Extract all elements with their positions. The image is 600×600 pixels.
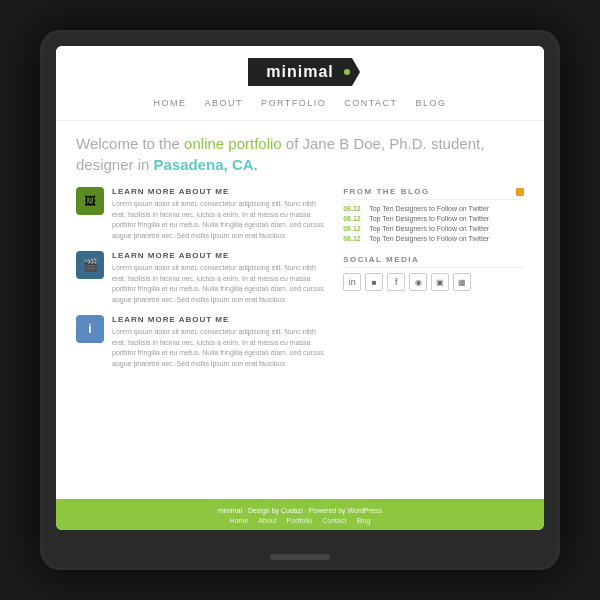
nav-contact[interactable]: CONTACT bbox=[344, 98, 397, 108]
nav-blog[interactable]: BLOG bbox=[416, 98, 447, 108]
blog-title-text: FROM THE BLOG bbox=[343, 187, 430, 196]
blog-title-4: Top Ten Designers to Follow on Twitter bbox=[369, 235, 489, 242]
footer-link-portfolio[interactable]: Portfolio bbox=[287, 517, 313, 524]
footer: minimal · Design by Cudazi · Powered by … bbox=[56, 499, 544, 530]
social-icon-4[interactable]: ◉ bbox=[409, 273, 427, 291]
header: minimal HOME ABOUT PORTFOLIO CONTACT BLO… bbox=[56, 46, 544, 121]
blog-title-2: Top Ten Designers to Follow on Twitter bbox=[369, 215, 489, 222]
screen: minimal HOME ABOUT PORTFOLIO CONTACT BLO… bbox=[56, 46, 544, 530]
rss-icon bbox=[516, 188, 524, 196]
social-icon-facebook[interactable]: f bbox=[387, 273, 405, 291]
footer-link-home[interactable]: Home bbox=[230, 517, 249, 524]
blog-title-1: Top Ten Designers to Follow on Twitter bbox=[369, 205, 489, 212]
social-icon-linkedin[interactable]: in bbox=[343, 273, 361, 291]
blog-item-2[interactable]: 08.12 Top Ten Designers to Follow on Twi… bbox=[343, 215, 524, 222]
feature-title-2: LEARN MORE ABOUT ME bbox=[112, 251, 329, 260]
feature-text-2: LEARN MORE ABOUT ME Lorem ipsum dolor si… bbox=[112, 251, 329, 305]
blog-item-4[interactable]: 08.12 Top Ten Designers to Follow on Twi… bbox=[343, 235, 524, 242]
blog-date-1: 08.12 bbox=[343, 205, 365, 212]
social-icon-2[interactable]: ■ bbox=[365, 273, 383, 291]
feature-body-2: Lorem ipsum dolor sit amet, consectetur … bbox=[112, 263, 329, 305]
blog-title-3: Top Ten Designers to Follow on Twitter bbox=[369, 225, 489, 232]
logo-dot bbox=[344, 69, 350, 75]
social-section: SOCIAL MEDIA in ■ f ◉ ▣ ▦ bbox=[343, 255, 524, 291]
social-icon-6[interactable]: ▦ bbox=[453, 273, 471, 291]
footer-link-contact[interactable]: Contact bbox=[322, 517, 346, 524]
social-section-title: SOCIAL MEDIA bbox=[343, 255, 524, 268]
social-icon-5[interactable]: ▣ bbox=[431, 273, 449, 291]
feature-body-3: Lorem ipsum dolor sit amet, consectetur … bbox=[112, 327, 329, 369]
hero-text-green: online portfolio bbox=[184, 135, 282, 152]
footer-credit: minimal · Design by Cudazi · Powered by … bbox=[76, 507, 524, 514]
feature-item-2: 🎬 LEARN MORE ABOUT ME Lorem ipsum dolor … bbox=[76, 251, 329, 305]
blog-date-3: 08.12 bbox=[343, 225, 365, 232]
monitor-frame: minimal HOME ABOUT PORTFOLIO CONTACT BLO… bbox=[40, 30, 560, 570]
main-nav: HOME ABOUT PORTFOLIO CONTACT BLOG bbox=[153, 94, 446, 112]
hero-text: Welcome to the online portfolio of Jane … bbox=[76, 133, 524, 175]
content-area: 🖼 LEARN MORE ABOUT ME Lorem ipsum dolor … bbox=[76, 187, 524, 491]
feature-text-1: LEARN MORE ABOUT ME Lorem ipsum dolor si… bbox=[112, 187, 329, 241]
left-column: 🖼 LEARN MORE ABOUT ME Lorem ipsum dolor … bbox=[76, 187, 329, 491]
blog-item-1[interactable]: 08.12 Top Ten Designers to Follow on Twi… bbox=[343, 205, 524, 212]
feature-title-3: LEARN MORE ABOUT ME bbox=[112, 315, 329, 324]
nav-portfolio[interactable]: PORTFOLIO bbox=[261, 98, 326, 108]
feature-text-3: LEARN MORE ABOUT ME Lorem ipsum dolor si… bbox=[112, 315, 329, 369]
hero-text-teal: Pasadena, CA. bbox=[154, 156, 258, 173]
feature-icon-3: i bbox=[76, 315, 104, 343]
main-content: Welcome to the online portfolio of Jane … bbox=[56, 121, 544, 499]
feature-icon-2: 🎬 bbox=[76, 251, 104, 279]
footer-link-blog[interactable]: Blog bbox=[356, 517, 370, 524]
feature-body-1: Lorem ipsum dolor sit amet, consectetur … bbox=[112, 199, 329, 241]
feature-item-1: 🖼 LEARN MORE ABOUT ME Lorem ipsum dolor … bbox=[76, 187, 329, 241]
logo: minimal bbox=[248, 58, 351, 86]
feature-title-1: LEARN MORE ABOUT ME bbox=[112, 187, 329, 196]
blog-date-4: 08.12 bbox=[343, 235, 365, 242]
right-column: FROM THE BLOG 08.12 Top Ten Designers to… bbox=[343, 187, 524, 491]
nav-about[interactable]: ABOUT bbox=[204, 98, 243, 108]
footer-link-about[interactable]: About bbox=[258, 517, 276, 524]
feature-icon-1: 🖼 bbox=[76, 187, 104, 215]
blog-section-title: FROM THE BLOG bbox=[343, 187, 524, 200]
blog-section: FROM THE BLOG 08.12 Top Ten Designers to… bbox=[343, 187, 524, 245]
blog-item-3[interactable]: 08.12 Top Ten Designers to Follow on Twi… bbox=[343, 225, 524, 232]
feature-item-3: i LEARN MORE ABOUT ME Lorem ipsum dolor … bbox=[76, 315, 329, 369]
footer-links: Home About Portfolio Contact Blog bbox=[76, 517, 524, 524]
logo-text: minimal bbox=[266, 63, 333, 80]
blog-date-2: 08.12 bbox=[343, 215, 365, 222]
nav-home[interactable]: HOME bbox=[153, 98, 186, 108]
social-icons-row: in ■ f ◉ ▣ ▦ bbox=[343, 273, 524, 291]
hero-text-before: Welcome to the bbox=[76, 135, 184, 152]
